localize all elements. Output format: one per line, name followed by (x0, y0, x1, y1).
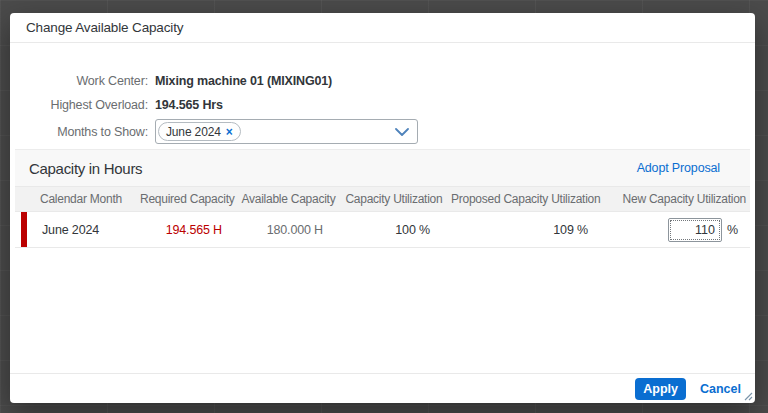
cell-required-capacity: 194.565 H (140, 223, 222, 237)
column-header-new-capacity-utilization: New Capacity Utilization (600, 192, 750, 206)
form-row-highest-overload: Highest Overload: 194.565 Hrs (10, 97, 755, 113)
highest-overload-label: Highest Overload: (10, 98, 148, 112)
month-token-label: June 2024 (166, 125, 221, 139)
column-header-calendar-month: Calendar Month (15, 192, 140, 206)
form-row-months-to-show: Months to Show: June 2024 × (10, 119, 755, 144)
months-to-show-label: Months to Show: (10, 125, 148, 139)
cell-available-capacity: 180.000 H (222, 223, 323, 237)
dimmed-backdrop: Change Available Capacity Work Center: M… (0, 0, 768, 413)
month-token: June 2024 × (158, 122, 241, 141)
table-toolbar: Capacity in Hours Adopt Proposal (15, 149, 750, 186)
table-row: June 2024 194.565 H 180.000 H 100 % 109 … (15, 212, 750, 248)
new-capacity-unit: % (727, 223, 738, 237)
table-header-row: Calendar Month Required Capacity Availab… (15, 186, 750, 212)
column-header-available-capacity: Available Capacity (234, 192, 335, 206)
resize-grip-icon[interactable] (742, 390, 753, 401)
highest-overload-value: 194.565 Hrs (155, 98, 223, 112)
dialog-footer: Apply Cancel (10, 373, 755, 403)
dialog-title: Change Available Capacity (26, 20, 183, 35)
column-header-proposed-capacity-utilization: Proposed Capacity Utilization (442, 192, 600, 206)
cell-capacity-utilization: 100 % (323, 223, 430, 237)
cell-calendar-month: June 2024 (15, 223, 140, 237)
column-header-capacity-utilization: Capacity Utilization (335, 192, 442, 206)
table-title: Capacity in Hours (29, 160, 142, 177)
form-row-work-center: Work Center: Mixing machine 01 (MIXING01… (10, 73, 755, 89)
capacity-table-section: Capacity in Hours Adopt Proposal Calenda… (15, 149, 750, 248)
chevron-down-icon[interactable] (395, 128, 409, 136)
capacity-form: Work Center: Mixing machine 01 (MIXING01… (10, 43, 755, 144)
months-to-show-input[interactable]: June 2024 × (155, 119, 418, 144)
cancel-button[interactable]: Cancel (698, 382, 743, 396)
cell-new-capacity-utilization: % (588, 218, 750, 242)
row-error-indicator (21, 212, 27, 247)
work-center-label: Work Center: (10, 74, 148, 88)
column-header-required-capacity: Required Capacity (140, 192, 234, 206)
new-capacity-utilization-input[interactable] (668, 218, 722, 242)
dialog-header: Change Available Capacity (10, 13, 755, 43)
dialog-content-spacer (10, 248, 755, 373)
apply-button[interactable]: Apply (635, 378, 686, 400)
adopt-proposal-link[interactable]: Adopt Proposal (637, 161, 720, 175)
cell-proposed-capacity-utilization: 109 % (430, 223, 588, 237)
work-center-value: Mixing machine 01 (MIXING01) (155, 74, 332, 88)
token-remove-icon[interactable]: × (226, 126, 233, 138)
change-available-capacity-dialog: Change Available Capacity Work Center: M… (10, 13, 755, 403)
